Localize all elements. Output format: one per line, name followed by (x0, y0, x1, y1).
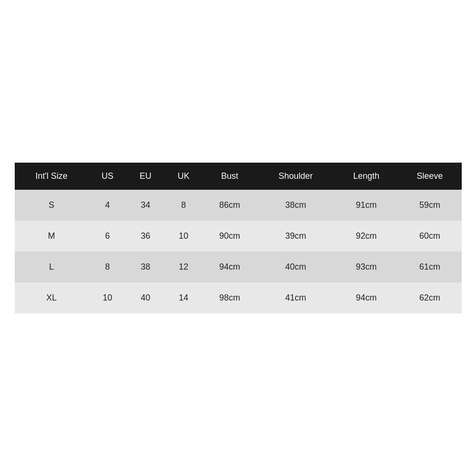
cell-uk: 8 (165, 190, 203, 221)
cell-sleeve: 60cm (398, 221, 461, 252)
col-header-length: Length (335, 163, 398, 190)
table-row: XL10401498cm41cm94cm62cm (15, 282, 462, 313)
cell-bust: 90cm (203, 221, 257, 252)
table-row: S434886cm38cm91cm59cm (15, 190, 462, 221)
col-header-bust: Bust (203, 163, 257, 190)
col-header-uk: UK (165, 163, 203, 190)
table-body: S434886cm38cm91cm59cmM6361090cm39cm92cm6… (15, 190, 462, 313)
cell-eu: 40 (126, 282, 165, 313)
cell-length: 93cm (335, 252, 398, 282)
col-header-sleeve: Sleeve (398, 163, 461, 190)
col-header-intl-size: Int'l Size (15, 163, 89, 190)
cell-shoulder: 38cm (257, 190, 335, 221)
col-header-shoulder: Shoulder (257, 163, 335, 190)
cell-shoulder: 40cm (257, 252, 335, 282)
cell-bust: 98cm (203, 282, 257, 313)
cell-uk: 10 (165, 221, 203, 252)
size-chart-table: Int'l Size US EU UK Bust Shoulder Length… (15, 163, 462, 313)
cell-eu: 34 (126, 190, 165, 221)
cell-intl: XL (15, 282, 89, 313)
cell-us: 6 (88, 221, 126, 252)
cell-intl: M (15, 221, 89, 252)
cell-us: 10 (88, 282, 126, 313)
cell-intl: S (15, 190, 89, 221)
col-header-us: US (88, 163, 126, 190)
cell-sleeve: 62cm (398, 282, 461, 313)
cell-length: 94cm (335, 282, 398, 313)
cell-length: 92cm (335, 221, 398, 252)
cell-uk: 14 (165, 282, 203, 313)
cell-us: 8 (88, 252, 126, 282)
cell-eu: 36 (126, 221, 165, 252)
cell-sleeve: 59cm (398, 190, 461, 221)
table-row: L8381294cm40cm93cm61cm (15, 252, 462, 282)
cell-shoulder: 39cm (257, 221, 335, 252)
table-header-row: Int'l Size US EU UK Bust Shoulder Length… (15, 163, 462, 190)
cell-sleeve: 61cm (398, 252, 461, 282)
cell-shoulder: 41cm (257, 282, 335, 313)
cell-us: 4 (88, 190, 126, 221)
cell-uk: 12 (165, 252, 203, 282)
cell-intl: L (15, 252, 89, 282)
size-chart-wrapper: Int'l Size US EU UK Bust Shoulder Length… (15, 163, 462, 313)
table-row: M6361090cm39cm92cm60cm (15, 221, 462, 252)
cell-bust: 94cm (203, 252, 257, 282)
cell-bust: 86cm (203, 190, 257, 221)
col-header-eu: EU (126, 163, 165, 190)
cell-length: 91cm (335, 190, 398, 221)
cell-eu: 38 (126, 252, 165, 282)
